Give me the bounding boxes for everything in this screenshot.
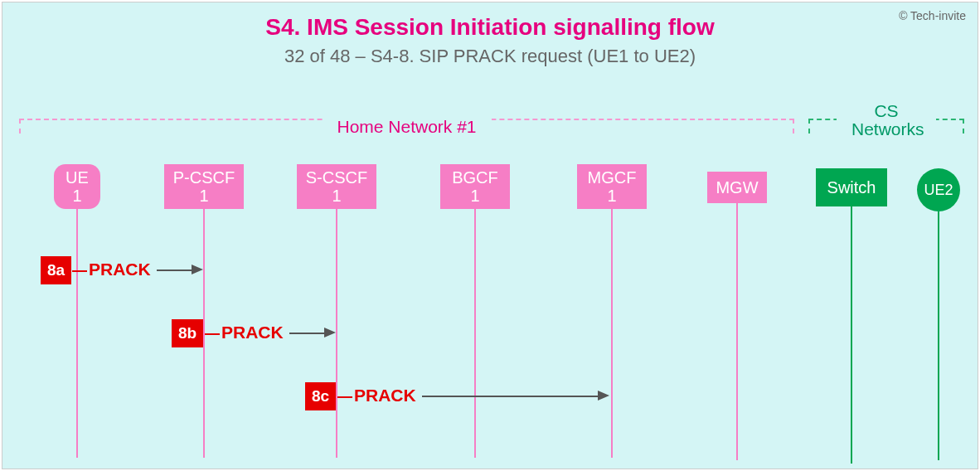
group-label-cs: CS Networks xyxy=(837,102,936,138)
lifeline-mgcf1 xyxy=(611,209,613,458)
step-msg-8a: PRACK xyxy=(89,260,151,279)
node-mgw: MGW xyxy=(707,172,767,203)
lifeline-ue1 xyxy=(76,209,78,458)
node-mgcf1: MGCF 1 xyxy=(577,164,647,209)
lifeline-bgcf1 xyxy=(474,209,476,458)
arrowhead-8c xyxy=(598,391,609,401)
diagram-canvas: © Tech-invite S4. IMS Session Initiation… xyxy=(2,2,978,469)
step-badge-8b: 8b xyxy=(172,319,203,347)
group-bracket-home: Home Network #1 xyxy=(19,119,794,134)
diagram-subtitle: 32 of 48 – S4-8. SIP PRACK request (UE1 … xyxy=(2,46,978,67)
step-conn-8a xyxy=(72,270,87,272)
lifeline-switch xyxy=(851,206,852,464)
step-msg-8c: PRACK xyxy=(354,386,416,405)
node-pcscf1: P-CSCF 1 xyxy=(164,164,244,209)
step-conn-8b xyxy=(205,333,220,335)
lifeline-ue2 xyxy=(938,211,939,460)
group-label-home: Home Network #1 xyxy=(322,117,491,137)
node-ue1: UE 1 xyxy=(54,164,100,209)
node-switch: Switch xyxy=(816,168,887,206)
arrow-8b xyxy=(289,333,326,334)
arrowhead-8a xyxy=(192,265,203,274)
lifeline-mgw xyxy=(736,203,738,460)
step-badge-8a: 8a xyxy=(41,256,71,284)
group-bracket-cs: CS Networks xyxy=(808,119,964,134)
node-scscf1: S-CSCF 1 xyxy=(297,164,376,209)
step-msg-8b: PRACK xyxy=(221,323,284,342)
node-bgcf1: BGCF 1 xyxy=(440,164,510,209)
diagram-title: S4. IMS Session Initiation signalling fl… xyxy=(2,14,978,41)
step-conn-8c xyxy=(337,396,352,398)
node-ue2: UE2 xyxy=(917,168,960,211)
arrow-8c xyxy=(422,396,599,397)
arrow-8a xyxy=(157,269,193,271)
step-badge-8c: 8c xyxy=(305,382,336,410)
lifeline-scscf1 xyxy=(336,209,337,458)
arrowhead-8b xyxy=(324,328,336,337)
